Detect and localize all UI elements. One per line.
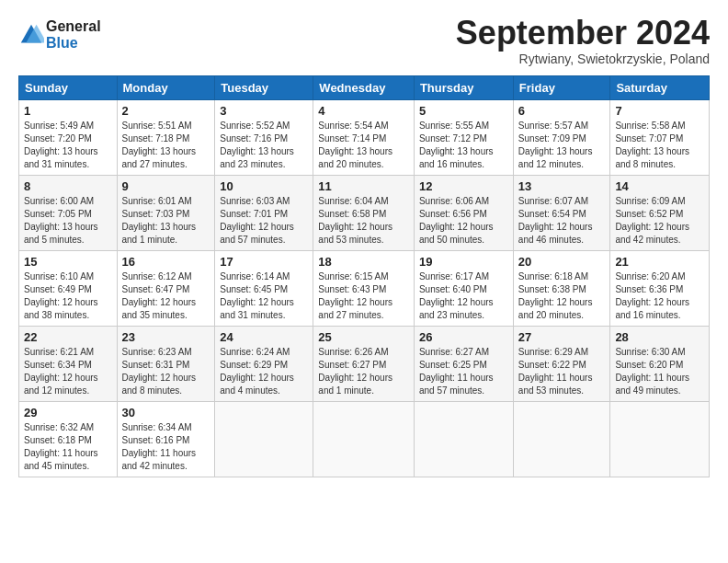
day-number: 24 [220,330,308,344]
logo-text: General Blue [46,18,101,52]
calendar-cell: 16Sunrise: 6:12 AMSunset: 6:47 PMDayligh… [117,250,215,326]
weekday-header-wednesday: Wednesday [313,75,415,99]
day-info: Sunrise: 6:30 AMSunset: 6:20 PMDaylight:… [615,346,704,397]
day-info: Sunrise: 6:24 AMSunset: 6:29 PMDaylight:… [220,346,308,397]
day-info: Sunrise: 6:26 AMSunset: 6:27 PMDaylight:… [318,346,409,397]
day-number: 12 [419,179,508,193]
title-block: September 2024 Rytwiany, Swietokrzyskie,… [456,15,710,66]
header: General Blue September 2024 Rytwiany, Sw… [18,15,710,66]
calendar-cell: 7Sunrise: 5:58 AMSunset: 7:07 PMDaylight… [610,99,710,175]
calendar-cell: 27Sunrise: 6:29 AMSunset: 6:22 PMDayligh… [513,326,610,401]
day-number: 26 [419,330,508,344]
day-number: 7 [615,104,704,118]
weekday-header-sunday: Sunday [19,75,118,99]
day-info: Sunrise: 6:14 AMSunset: 6:45 PMDaylight:… [220,270,308,322]
weekday-header-friday: Friday [513,75,610,99]
calendar-cell: 24Sunrise: 6:24 AMSunset: 6:29 PMDayligh… [215,326,313,401]
day-number: 11 [318,179,409,193]
location-subtitle: Rytwiany, Swietokrzyskie, Poland [456,52,710,66]
weekday-header-saturday: Saturday [610,75,710,99]
page: General Blue September 2024 Rytwiany, Sw… [0,0,728,563]
logo: General Blue [18,18,101,52]
day-info: Sunrise: 6:18 AMSunset: 6:38 PMDaylight:… [518,270,606,322]
day-info: Sunrise: 5:58 AMSunset: 7:07 PMDaylight:… [615,120,704,171]
calendar-cell: 10Sunrise: 6:03 AMSunset: 7:01 PMDayligh… [215,175,313,250]
day-info: Sunrise: 6:32 AMSunset: 6:18 PMDaylight:… [24,421,112,473]
day-info: Sunrise: 6:03 AMSunset: 7:01 PMDaylight:… [220,195,308,247]
day-info: Sunrise: 5:54 AMSunset: 7:14 PMDaylight:… [318,120,409,171]
week-row-1: 1Sunrise: 5:49 AMSunset: 7:20 PMDaylight… [19,99,710,175]
day-number: 5 [419,104,508,118]
day-number: 21 [615,255,704,269]
day-info: Sunrise: 6:34 AMSunset: 6:16 PMDaylight:… [122,421,210,473]
month-title: September 2024 [456,15,710,52]
logo-icon [18,22,44,48]
week-row-3: 15Sunrise: 6:10 AMSunset: 6:49 PMDayligh… [19,250,710,326]
calendar-cell: 8Sunrise: 6:00 AMSunset: 7:05 PMDaylight… [19,175,118,250]
weekday-header-monday: Monday [117,75,215,99]
day-info: Sunrise: 5:51 AMSunset: 7:18 PMDaylight:… [122,120,210,171]
day-number: 15 [24,255,112,269]
calendar-cell: 26Sunrise: 6:27 AMSunset: 6:25 PMDayligh… [414,326,513,401]
day-number: 29 [24,406,112,419]
day-number: 3 [220,104,308,118]
day-number: 13 [518,179,606,193]
weekday-header-row: SundayMondayTuesdayWednesdayThursdayFrid… [19,75,710,99]
calendar-cell: 1Sunrise: 5:49 AMSunset: 7:20 PMDaylight… [19,99,118,175]
calendar-cell: 22Sunrise: 6:21 AMSunset: 6:34 PMDayligh… [19,326,118,401]
calendar-cell: 3Sunrise: 5:52 AMSunset: 7:16 PMDaylight… [215,99,313,175]
day-info: Sunrise: 5:55 AMSunset: 7:12 PMDaylight:… [419,120,508,171]
day-number: 18 [318,255,409,269]
day-info: Sunrise: 6:10 AMSunset: 6:49 PMDaylight:… [24,270,112,322]
calendar-cell: 17Sunrise: 6:14 AMSunset: 6:45 PMDayligh… [215,250,313,326]
calendar-cell: 28Sunrise: 6:30 AMSunset: 6:20 PMDayligh… [610,326,710,401]
calendar-cell: 12Sunrise: 6:06 AMSunset: 6:56 PMDayligh… [414,175,513,250]
day-info: Sunrise: 6:04 AMSunset: 6:58 PMDaylight:… [318,195,409,247]
day-number: 17 [220,255,308,269]
day-number: 22 [24,330,112,344]
calendar-cell: 14Sunrise: 6:09 AMSunset: 6:52 PMDayligh… [610,175,710,250]
day-info: Sunrise: 6:20 AMSunset: 6:36 PMDaylight:… [615,270,704,322]
day-info: Sunrise: 5:57 AMSunset: 7:09 PMDaylight:… [518,120,606,171]
calendar-cell: 21Sunrise: 6:20 AMSunset: 6:36 PMDayligh… [610,250,710,326]
calendar-table: SundayMondayTuesdayWednesdayThursdayFrid… [18,75,710,477]
calendar-cell [215,401,313,477]
calendar-cell: 23Sunrise: 6:23 AMSunset: 6:31 PMDayligh… [117,326,215,401]
calendar-cell: 5Sunrise: 5:55 AMSunset: 7:12 PMDaylight… [414,99,513,175]
calendar-cell: 18Sunrise: 6:15 AMSunset: 6:43 PMDayligh… [313,250,415,326]
calendar-cell [313,401,415,477]
day-number: 23 [122,330,210,344]
day-info: Sunrise: 6:01 AMSunset: 7:03 PMDaylight:… [122,195,210,247]
day-info: Sunrise: 6:29 AMSunset: 6:22 PMDaylight:… [518,346,606,397]
day-info: Sunrise: 6:00 AMSunset: 7:05 PMDaylight:… [24,195,112,247]
day-number: 30 [122,406,210,419]
calendar-cell: 15Sunrise: 6:10 AMSunset: 6:49 PMDayligh… [19,250,118,326]
day-info: Sunrise: 6:23 AMSunset: 6:31 PMDaylight:… [122,346,210,397]
day-number: 10 [220,179,308,193]
day-number: 2 [122,104,210,118]
week-row-5: 29Sunrise: 6:32 AMSunset: 6:18 PMDayligh… [19,401,710,477]
day-info: Sunrise: 6:09 AMSunset: 6:52 PMDaylight:… [615,195,704,247]
day-info: Sunrise: 5:49 AMSunset: 7:20 PMDaylight:… [24,120,112,171]
day-number: 6 [518,104,606,118]
day-number: 28 [615,330,704,344]
day-info: Sunrise: 6:06 AMSunset: 6:56 PMDaylight:… [419,195,508,247]
week-row-2: 8Sunrise: 6:00 AMSunset: 7:05 PMDaylight… [19,175,710,250]
day-info: Sunrise: 6:12 AMSunset: 6:47 PMDaylight:… [122,270,210,322]
calendar-cell: 30Sunrise: 6:34 AMSunset: 6:16 PMDayligh… [117,401,215,477]
day-number: 8 [24,179,112,193]
day-number: 20 [518,255,606,269]
day-number: 27 [518,330,606,344]
calendar-cell [513,401,610,477]
day-number: 14 [615,179,704,193]
calendar-cell: 6Sunrise: 5:57 AMSunset: 7:09 PMDaylight… [513,99,610,175]
calendar-cell: 19Sunrise: 6:17 AMSunset: 6:40 PMDayligh… [414,250,513,326]
day-number: 16 [122,255,210,269]
calendar-cell: 2Sunrise: 5:51 AMSunset: 7:18 PMDaylight… [117,99,215,175]
calendar-cell: 25Sunrise: 6:26 AMSunset: 6:27 PMDayligh… [313,326,415,401]
day-number: 1 [24,104,112,118]
day-info: Sunrise: 6:07 AMSunset: 6:54 PMDaylight:… [518,195,606,247]
calendar-cell: 29Sunrise: 6:32 AMSunset: 6:18 PMDayligh… [19,401,118,477]
week-row-4: 22Sunrise: 6:21 AMSunset: 6:34 PMDayligh… [19,326,710,401]
calendar-cell: 13Sunrise: 6:07 AMSunset: 6:54 PMDayligh… [513,175,610,250]
